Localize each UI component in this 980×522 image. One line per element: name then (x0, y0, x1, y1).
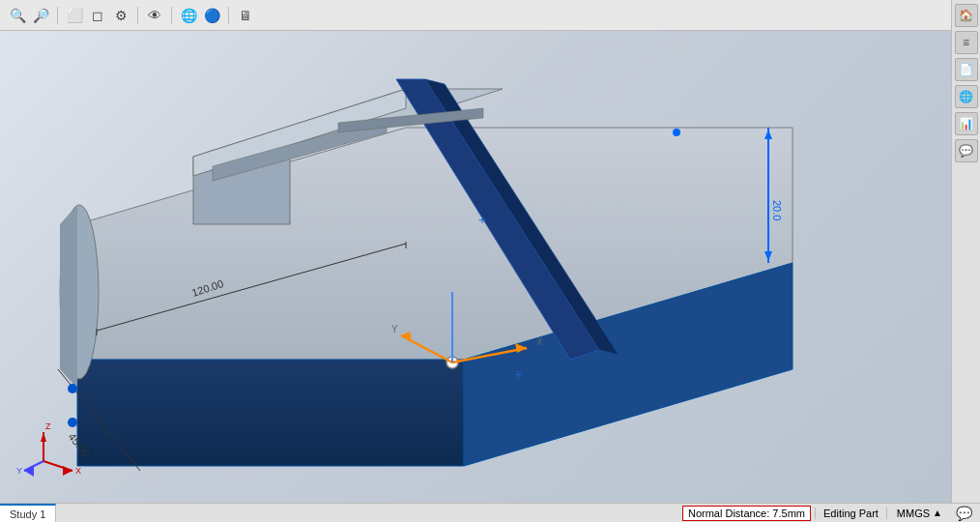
toolbar: 🔍 🔎 ⬜ ◻ ⚙ 👁 🌐 🔵 🖥 (0, 0, 980, 31)
svg-marker-4 (60, 205, 77, 389)
toolbar-zoom-out[interactable]: 🔎 (31, 6, 50, 25)
svg-text:Y: Y (16, 466, 22, 476)
toolbar-view-iso[interactable]: ◻ (88, 6, 107, 25)
svg-text:+: + (514, 366, 522, 382)
svg-point-16 (673, 129, 680, 136)
toolbar-zoom-in[interactable]: 🔍 (8, 6, 27, 25)
editing-part-label: Editing Part (815, 508, 887, 519)
units-arrow-icon[interactable]: ▲ (933, 508, 942, 518)
toolbar-eye[interactable]: 👁 (145, 6, 164, 25)
toolbar-settings[interactable]: ⚙ (111, 6, 130, 25)
sidebar-library-icon[interactable]: ≡ (955, 31, 978, 54)
svg-text:Y: Y (391, 324, 398, 334)
right-sidebar: 🏠 ≡ 📄 🌐 📊 💬 (951, 0, 980, 522)
viewport[interactable]: 20.0 120.00 45.00 (0, 31, 951, 503)
svg-text:+: + (478, 212, 486, 227)
normal-distance-box: Normal Distance: 7.5mm (682, 506, 811, 521)
svg-text:Z: Z (45, 421, 51, 431)
svg-point-23 (68, 384, 77, 393)
toolbar-color[interactable]: 🔵 (202, 6, 221, 25)
svg-point-24 (68, 418, 77, 427)
toolbar-globe[interactable]: 🌐 (179, 6, 198, 25)
normal-distance-label: Normal Distance: 7.5mm (688, 508, 805, 519)
svg-text:X: X (536, 336, 543, 347)
toolbar-monitor[interactable]: 🖥 (236, 6, 255, 25)
help-icon[interactable]: 💬 (952, 506, 976, 521)
svg-text:20.0: 20.0 (771, 200, 783, 220)
toolbar-view-box[interactable]: ⬜ (65, 6, 84, 25)
status-middle: Normal Distance: 7.5mm Editing Part MMGS… (56, 506, 980, 521)
study-tab[interactable]: Study 1 (0, 504, 56, 522)
toolbar-separator-4 (228, 7, 229, 24)
toolbar-separator-1 (57, 7, 58, 24)
sidebar-chat-icon[interactable]: 💬 (955, 139, 978, 162)
svg-marker-1 (77, 360, 464, 466)
sidebar-file-icon[interactable]: 📄 (955, 58, 978, 81)
toolbar-separator-3 (171, 7, 172, 24)
svg-marker-36 (41, 432, 46, 442)
statusbar: Study 1 Normal Distance: 7.5mm Editing P… (0, 503, 980, 522)
units-display: MMGS ▲ (891, 508, 948, 519)
svg-marker-40 (24, 465, 34, 477)
svg-text:X: X (75, 466, 81, 476)
sidebar-globe-icon[interactable]: 🌐 (955, 85, 978, 108)
sidebar-home-icon[interactable]: 🏠 (955, 4, 978, 27)
svg-marker-38 (63, 466, 72, 476)
sidebar-chart-icon[interactable]: 📊 (955, 112, 978, 135)
model-area: 20.0 120.00 45.00 (0, 31, 951, 503)
study-tab-label: Study 1 (10, 508, 45, 520)
toolbar-separator-2 (137, 7, 138, 24)
